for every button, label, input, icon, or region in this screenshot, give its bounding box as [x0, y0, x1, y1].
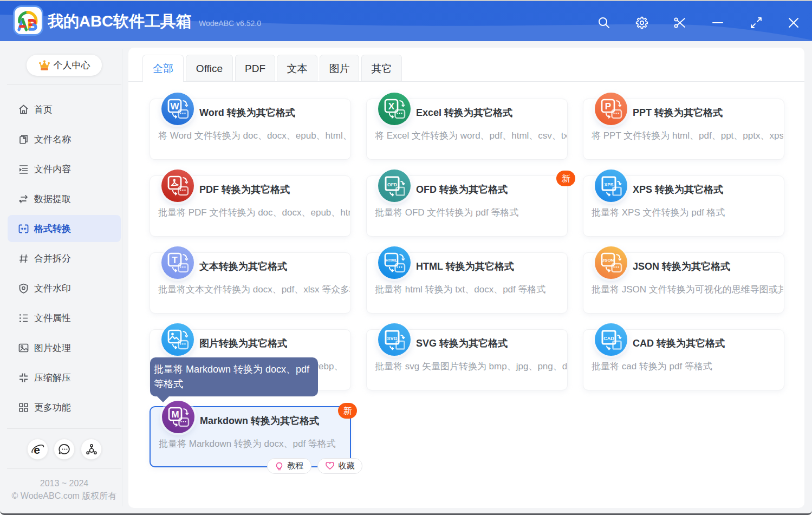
svg-text:T: T	[172, 255, 178, 265]
svg-text:JSON: JSON	[602, 258, 614, 263]
svg-text:P: P	[605, 101, 611, 112]
svg-text:HTML: HTML	[385, 258, 397, 263]
svg-text:W: W	[170, 101, 179, 112]
svg-text:SVG: SVG	[387, 336, 397, 341]
svg-text:XPS: XPS	[604, 182, 613, 187]
svg-text:M: M	[171, 409, 179, 420]
svg-text:CAD: CAD	[603, 336, 614, 341]
svg-text:X: X	[388, 101, 395, 112]
svg-text:OFD: OFD	[387, 182, 397, 187]
